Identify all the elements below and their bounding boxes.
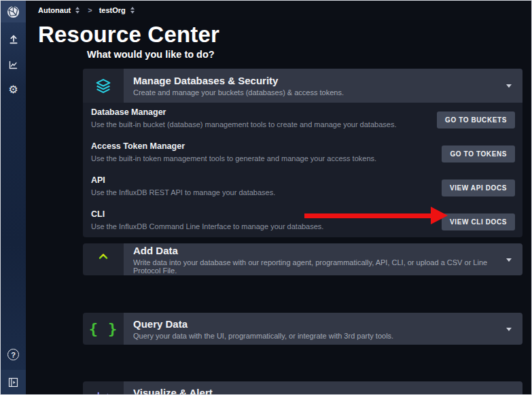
panel-add-data-text: Add Data Write data into your database w… [124,243,522,275]
panel-visualize-title: Visualize & Alert [133,387,513,395]
resource-center-page: ⚙ ? Autonaut > testOrg Resource Center W… [0,0,532,395]
row-cli: CLI Use the InfluxDB Command Line Interf… [91,209,444,230]
sidebar-item-expand[interactable] [1,370,26,394]
help-icon[interactable]: ? [7,349,19,360]
panel-query-data-title: Query Data [133,318,513,330]
page-title: Resource Center [38,22,219,48]
expand-sidebar-icon [8,377,18,388]
sidebar-nav: ⚙ [1,32,26,97]
panel-visualize-icon-cell [83,381,124,395]
panel-manage-description: Create and manage your buckets (database… [133,88,513,97]
chevron-down-icon[interactable] [506,328,512,331]
row-description: Use the built-in token management tools … [91,154,444,162]
chevron-down-icon[interactable] [506,84,512,88]
row-description: Use the InfluxDB Command Line Interface … [91,222,444,230]
panel-query-data-description: Query your data with the UI, programmati… [133,332,513,340]
layers-icon [94,78,112,95]
gear-icon: ⚙ [8,84,18,95]
row-title: Database Manager [91,107,444,117]
sidebar-bottom: ? [1,349,26,394]
chevron-down-icon[interactable] [506,258,512,262]
sidebar-item-data-explorer[interactable] [5,57,22,72]
braces-icon: { } [89,320,118,337]
breadcrumb-account[interactable]: testOrg [99,6,126,14]
sidebar-item-load-data[interactable] [5,32,22,47]
breadcrumb: Autonaut > testOrg [26,1,531,20]
graph-icon [8,60,18,70]
panel-manage-databases: Manage Databases & Security Create and m… [83,69,522,237]
panel-manage-title: Manage Databases & Security [133,75,513,86]
panel-query-data-icon-cell: { } [83,313,124,345]
influxdb-logo[interactable] [1,1,26,22]
sidebar: ⚙ ? [1,1,26,394]
upload-icon [96,252,111,267]
row-api: API Use the InfluxDB REST API to manage … [91,175,444,196]
panel-manage-icon-cell [83,69,124,103]
row-database-manager: Database Manager Use the built-in bucket… [91,107,444,128]
panel-add-data-title: Add Data [133,245,513,256]
panel-add-data-icon-cell [83,243,124,275]
row-description: Use the InfluxDB REST API to manage your… [91,188,444,196]
breadcrumb-org[interactable]: Autonaut [38,6,71,14]
line-chart-icon [96,390,111,395]
row-title: CLI [91,209,444,219]
panel-add-data-description: Write data into your database with our r… [133,258,513,275]
panel-manage-header[interactable]: Manage Databases & Security Create and m… [83,69,522,103]
view-api-docs-button[interactable]: VIEW API DOCS [442,179,515,196]
breadcrumb-separator: > [88,6,92,14]
row-title: Access Token Manager [91,141,444,151]
sidebar-item-settings[interactable]: ⚙ [5,82,22,97]
panel-query-data[interactable]: { } Query Data Query your data with the … [83,313,522,345]
panel-visualize-text: Visualize & Alert Integrate with 3rd par… [124,381,522,395]
panel-add-data[interactable]: Add Data Write data into your database w… [83,243,522,275]
org-switcher-icon[interactable] [75,7,79,14]
panel-query-data-text: Query Data Query your data with the UI, … [124,313,522,345]
page-subtitle: What would you like to do? [87,49,215,60]
panel-visualize-alert[interactable]: Visualize & Alert Integrate with 3rd par… [83,381,522,395]
go-to-buckets-button[interactable]: GO TO BUCKETS [437,111,515,128]
influxdb-logo-icon [7,5,20,18]
row-description: Use the built-in bucket (database) manag… [91,120,444,128]
row-title: API [91,175,444,185]
row-access-token-manager: Access Token Manager Use the built-in to… [91,141,444,162]
upload-icon [8,34,19,45]
view-cli-docs-button[interactable]: VIEW CLI DOCS [442,213,515,230]
panel-manage-header-text: Manage Databases & Security Create and m… [124,69,522,103]
go-to-tokens-button[interactable]: GO TO TOKENS [442,145,515,162]
account-switcher-icon[interactable] [130,7,135,14]
